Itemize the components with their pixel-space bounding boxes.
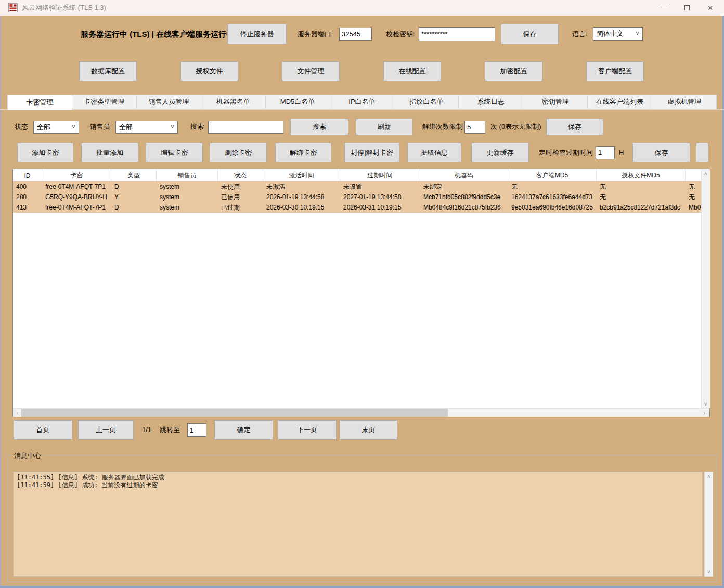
online-config-button[interactable]: 在线配置 bbox=[383, 61, 441, 81]
prev-page-button[interactable]: 上一页 bbox=[78, 420, 134, 440]
tab-vm-management[interactable]: 虚拟机管理 bbox=[652, 95, 717, 109]
stop-server-button[interactable]: 停止服务器 bbox=[227, 24, 287, 44]
table-row[interactable]: 400 free-0T4M-AFQT-7P1 D system 未使用 未激活 … bbox=[13, 181, 701, 192]
close-button[interactable]: ✕ bbox=[699, 0, 722, 16]
tab-card-keys[interactable]: 卡密管理 bbox=[7, 95, 72, 110]
column-header-card-key[interactable]: 卡密 bbox=[42, 169, 111, 181]
tab-system-logs[interactable]: 系统日志 bbox=[459, 95, 523, 109]
scroll-right-icon[interactable]: › bbox=[700, 409, 708, 417]
card-key-table: ID 卡密 类型 销售员 状态 激活时间 过期时间 机器码 客户端MD5 授权文… bbox=[12, 169, 710, 417]
add-key-button[interactable]: 添加卡密 bbox=[17, 143, 73, 162]
last-page-button[interactable]: 末页 bbox=[340, 420, 397, 440]
language-select-value: 简体中文 bbox=[597, 29, 624, 38]
unbind-key-button[interactable]: 解绑卡密 bbox=[275, 143, 331, 162]
cell-machine-code: Mcb71bfd05c882f9ddd5c3e bbox=[420, 192, 508, 202]
cell-status: 已使用 bbox=[218, 192, 263, 202]
tab-machine-blacklist[interactable]: 机器黑名单 bbox=[201, 95, 266, 109]
unbind-limit-suffix: 次 (0表示无限制) bbox=[490, 119, 541, 135]
tab-fingerprint-whitelist[interactable]: 指纹白名单 bbox=[394, 95, 459, 109]
license-file-button[interactable]: 授权文件 bbox=[180, 61, 238, 81]
cell-client-md5: 9e5031ea690fb46e16d08725 bbox=[508, 202, 597, 213]
jump-to-label: 跳转至 bbox=[160, 420, 180, 440]
cell-client-md5: 无 bbox=[508, 181, 597, 192]
clipped-edge-button[interactable] bbox=[696, 143, 708, 162]
refresh-button[interactable]: 刷新 bbox=[356, 119, 412, 135]
toolbar-save-button[interactable]: 保存 bbox=[501, 24, 559, 44]
actions-save-button[interactable]: 保存 bbox=[632, 143, 690, 162]
server-port-input[interactable] bbox=[339, 28, 372, 41]
tab-underline bbox=[0, 109, 724, 110]
filter-save-button[interactable]: 保存 bbox=[546, 119, 603, 135]
column-header-expire-time[interactable]: 过期时间 bbox=[340, 169, 420, 181]
app-window: 风云网络验证系统 (TLS 1.3) ✕ 服务器运行中 (TLS) | 在线客户… bbox=[0, 0, 724, 588]
database-config-button[interactable]: 数据库配置 bbox=[79, 61, 137, 81]
table-row[interactable]: 413 free-0T4M-AFQT-7P1 D system 已过期 2026… bbox=[13, 202, 701, 213]
tab-ip-whitelist[interactable]: IP白名单 bbox=[330, 95, 395, 109]
first-page-button[interactable]: 首页 bbox=[14, 420, 72, 440]
cell-type: D bbox=[111, 202, 157, 213]
column-header-extra[interactable] bbox=[686, 169, 701, 181]
tab-key-management[interactable]: 密钥管理 bbox=[523, 95, 588, 109]
message-log[interactable]: [11:41:55] [信息] 系统: 服务器界面已加载完成 [11:41:59… bbox=[13, 472, 703, 577]
column-header-id[interactable]: ID bbox=[13, 169, 42, 181]
cell-type: D bbox=[111, 181, 157, 192]
status-filter-select[interactable]: 全部 ˅ bbox=[33, 121, 79, 134]
language-label: 语言: bbox=[572, 24, 588, 44]
cell-type: Y bbox=[111, 192, 157, 202]
next-page-button[interactable]: 下一页 bbox=[278, 420, 337, 440]
tab-md5-whitelist[interactable]: MD5白名单 bbox=[266, 95, 330, 109]
cell-activate-time: 2026-03-30 10:19:15 bbox=[263, 202, 340, 213]
ban-unban-key-button[interactable]: 封停|解封卡密 bbox=[344, 143, 399, 162]
jump-to-input[interactable] bbox=[187, 423, 206, 437]
cell-expire-time: 未设置 bbox=[340, 181, 420, 192]
window-title: 风云网络验证系统 (TLS 1.3) bbox=[22, 3, 106, 12]
seller-filter-select[interactable]: 全部 ˅ bbox=[115, 121, 178, 134]
encryption-config-button[interactable]: 加密配置 bbox=[485, 61, 542, 81]
search-button[interactable]: 搜索 bbox=[290, 119, 348, 135]
verify-key-input[interactable] bbox=[419, 27, 495, 41]
cell-activate-time: 2026-01-19 13:44:58 bbox=[263, 192, 340, 202]
check-interval-input[interactable] bbox=[596, 146, 615, 159]
log-line: [11:41:59] [信息] 成功: 当前没有过期的卡密 bbox=[17, 481, 699, 489]
column-header-machine-code[interactable]: 机器码 bbox=[420, 169, 508, 181]
unbind-limit-input[interactable] bbox=[464, 121, 485, 134]
client-config-button[interactable]: 客户端配置 bbox=[586, 61, 644, 81]
extract-info-button[interactable]: 提取信息 bbox=[407, 143, 461, 162]
table-horizontal-scrollbar[interactable]: ‹ › bbox=[13, 408, 709, 417]
seller-filter-value: 全部 bbox=[119, 123, 133, 132]
confirm-jump-button[interactable]: 确定 bbox=[214, 420, 273, 440]
scroll-down-icon[interactable]: ˅ bbox=[705, 568, 713, 576]
cell-extra: 无 bbox=[686, 192, 701, 202]
language-select[interactable]: 简体中文 ˅ bbox=[593, 27, 643, 41]
message-log-scrollbar[interactable]: ˄ ˅ bbox=[704, 472, 713, 577]
maximize-button[interactable] bbox=[675, 0, 699, 16]
horizontal-scroll-thumb[interactable] bbox=[21, 409, 448, 417]
tab-card-key-types[interactable]: 卡密类型管理 bbox=[72, 95, 137, 109]
column-header-seller[interactable]: 销售员 bbox=[157, 169, 218, 181]
table-row[interactable]: 280 G5RQ-Y9QA-BRUY-H Y system 已使用 2026-0… bbox=[13, 192, 701, 202]
table-vertical-scrollbar[interactable]: ˄ ˅ bbox=[701, 169, 710, 408]
scroll-up-icon[interactable]: ˄ bbox=[702, 169, 710, 178]
minimize-button[interactable] bbox=[652, 0, 675, 16]
cell-license-md5: 无 bbox=[597, 181, 686, 192]
column-header-license-md5[interactable]: 授权文件MD5 bbox=[597, 169, 686, 181]
scroll-down-icon[interactable]: ˅ bbox=[702, 400, 710, 408]
edit-key-button[interactable]: 编辑卡密 bbox=[146, 143, 203, 162]
tab-online-clients[interactable]: 在线客户端列表 bbox=[588, 95, 652, 109]
search-input[interactable] bbox=[208, 121, 283, 134]
column-header-activate-time[interactable]: 激活时间 bbox=[263, 169, 340, 181]
chevron-down-icon: ˅ bbox=[636, 30, 639, 37]
cell-extra: 无 bbox=[686, 181, 701, 192]
delete-key-button[interactable]: 删除卡密 bbox=[210, 143, 267, 162]
scroll-left-icon[interactable]: ‹ bbox=[13, 409, 21, 417]
cell-seller: system bbox=[157, 181, 218, 192]
column-header-status[interactable]: 状态 bbox=[218, 169, 263, 181]
update-cache-button[interactable]: 更新缓存 bbox=[471, 143, 529, 162]
column-header-type[interactable]: 类型 bbox=[111, 169, 157, 181]
batch-add-button[interactable]: 批量添加 bbox=[81, 143, 138, 162]
column-header-client-md5[interactable]: 客户端MD5 bbox=[508, 169, 597, 181]
app-icon bbox=[8, 3, 18, 12]
tab-sales-staff[interactable]: 销售人员管理 bbox=[137, 95, 201, 109]
scroll-up-icon[interactable]: ˄ bbox=[705, 472, 713, 480]
file-management-button[interactable]: 文件管理 bbox=[282, 61, 340, 81]
